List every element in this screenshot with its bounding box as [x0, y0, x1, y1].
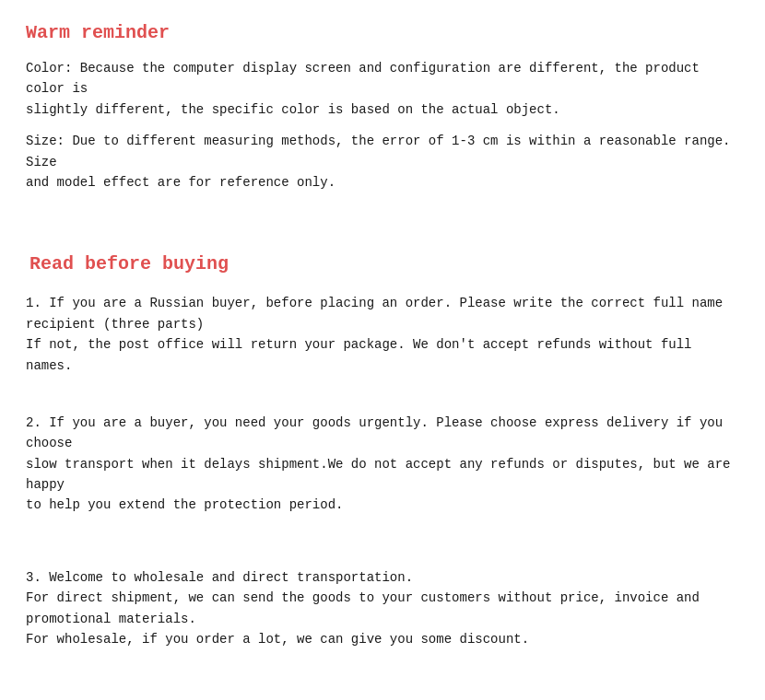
warm-reminder-section: Warm reminder Color: Because the compute…: [26, 22, 739, 192]
warm-reminder-title: Warm reminder: [26, 22, 739, 43]
size-paragraph: Size: Due to different measuring methods…: [26, 131, 739, 192]
item-2-block: 2. If you are a buyer, you need your goo…: [26, 413, 739, 516]
item-2-text: 2. If you are a buyer, you need your goo…: [26, 413, 739, 516]
read-before-title: Read before buying: [26, 253, 739, 274]
item-3-text: 3. Welcome to wholesale and direct trans…: [26, 567, 739, 650]
item-3-block: 3. Welcome to wholesale and direct trans…: [26, 567, 739, 650]
color-paragraph: Color: Because the computer display scre…: [26, 58, 739, 120]
read-before-section: Read before buying 1. If you are a Russi…: [26, 253, 739, 700]
item-1-block: 1. If you are a Russian buyer, before pl…: [26, 293, 739, 376]
item-1-text: 1. If you are a Russian buyer, before pl…: [26, 293, 739, 376]
